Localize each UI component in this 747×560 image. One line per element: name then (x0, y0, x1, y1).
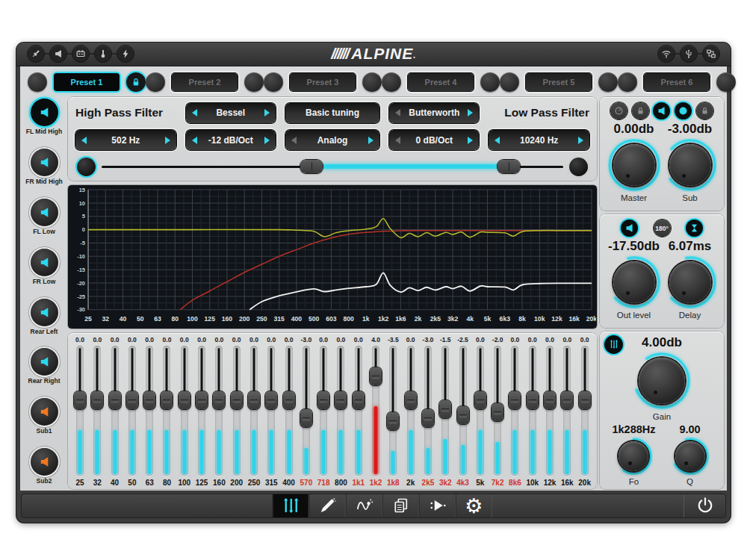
eq-slider-handle[interactable] (335, 391, 347, 409)
eq-slider-handle[interactable] (474, 391, 486, 409)
eq-slider-handle[interactable] (509, 391, 521, 409)
eq-slider-3k2[interactable] (437, 346, 453, 476)
master-knob-cap[interactable] (613, 144, 655, 186)
hpf-type-selector[interactable]: Bessel (186, 103, 276, 123)
q-knob[interactable] (671, 437, 710, 476)
channel-button[interactable] (31, 149, 58, 176)
eq-slider-handle[interactable] (527, 391, 539, 409)
eq-slider-handle[interactable] (265, 391, 277, 409)
eq-slider-718[interactable] (315, 346, 332, 476)
eq-slider-handle[interactable] (457, 406, 469, 424)
delay-knob[interactable] (663, 255, 717, 309)
gauge-icon[interactable] (610, 102, 627, 119)
eq-slider-80[interactable] (158, 346, 175, 476)
channel-button[interactable] (31, 299, 58, 326)
gain-knob-cap[interactable] (639, 358, 685, 404)
channel-button[interactable] (31, 348, 58, 376)
lpf-slope-selector[interactable]: 0 dB/Oct (389, 130, 479, 150)
power-button[interactable] (684, 494, 725, 517)
preset-knob[interactable] (618, 72, 637, 92)
lpf-freq-selector[interactable]: 10240 Hz (489, 130, 589, 150)
amplifier-tool-button[interactable] (419, 494, 456, 517)
prev-arrow-icon[interactable] (395, 109, 400, 116)
preset-button-5[interactable]: Preset 5 (526, 73, 592, 91)
master-knob[interactable] (607, 138, 661, 192)
eq-slider-125[interactable] (193, 346, 210, 476)
delay-knob-cap[interactable] (669, 261, 711, 303)
eq-slider-50[interactable] (124, 346, 140, 476)
eq-slider-400[interactable] (281, 346, 297, 476)
eq-slider-handle[interactable] (300, 409, 312, 427)
eq-slider-handle[interactable] (91, 391, 103, 409)
q-knob-cap[interactable] (675, 441, 705, 471)
out-level-knob[interactable] (607, 255, 661, 309)
next-arrow-icon[interactable] (264, 137, 270, 144)
eq-slider-200[interactable] (229, 346, 245, 476)
eq-slider-handle[interactable] (231, 391, 243, 409)
channel-button[interactable] (31, 249, 58, 276)
eq-slider-handle[interactable] (126, 391, 138, 409)
hpf-freq-selector[interactable]: 502 Hz (75, 130, 176, 150)
eq-slider-handle[interactable] (405, 391, 417, 409)
gain-knob[interactable] (632, 351, 692, 411)
eq-slider-handle[interactable] (161, 391, 173, 409)
eq-slider-handle[interactable] (439, 400, 451, 418)
eq-slider-25[interactable] (72, 346, 88, 476)
preset-button-2[interactable]: Preset 2 (172, 73, 238, 91)
eq-slider-100[interactable] (176, 346, 193, 476)
eq-slider-handle[interactable] (196, 391, 208, 409)
eq-slider-1k1[interactable] (350, 346, 367, 476)
signal-path-tool-button[interactable] (346, 494, 382, 517)
eq-slider-570[interactable] (298, 346, 314, 476)
prev-arrow-icon[interactable] (495, 137, 500, 144)
preset-knob[interactable] (382, 72, 401, 92)
eq-slider-800[interactable] (332, 346, 349, 476)
eq-slider-handle[interactable] (283, 391, 295, 409)
speaker-icon[interactable] (653, 102, 670, 119)
prev-arrow-icon[interactable] (395, 137, 400, 144)
eq-slider-handle[interactable] (317, 391, 329, 409)
eq-slider-12k[interactable] (542, 346, 558, 476)
channel-button[interactable] (31, 398, 58, 426)
sub-knob[interactable] (663, 138, 717, 192)
out-level-knob-cap[interactable] (613, 261, 655, 303)
basic-tuning-button[interactable]: Basic tuning (285, 103, 379, 123)
eq-slider-handle[interactable] (74, 391, 86, 409)
prev-arrow-icon[interactable] (81, 137, 87, 144)
eq-slider-2k5[interactable] (420, 346, 436, 476)
next-arrow-icon[interactable] (368, 137, 374, 144)
eq-slider-4k3[interactable] (455, 346, 471, 476)
crossover-high-handle[interactable] (498, 160, 520, 173)
preset-button-1[interactable]: Preset 1 (54, 73, 120, 91)
next-arrow-icon[interactable] (468, 137, 473, 144)
eq-slider-40[interactable] (107, 346, 123, 476)
eq-slider-handle[interactable] (370, 367, 382, 385)
eq-slider-handle[interactable] (179, 391, 190, 409)
pen-tool-button[interactable] (309, 494, 346, 517)
eq-slider-handle[interactable] (109, 391, 121, 409)
hourglass-icon[interactable] (686, 220, 703, 237)
hpf-slope-selector[interactable]: -12 dB/Oct (186, 130, 276, 150)
lock-icon[interactable] (696, 102, 713, 119)
settings-tool-button[interactable]: ⚙ (456, 494, 492, 517)
eq-slider-8k6[interactable] (506, 346, 523, 476)
eq-slider-20k[interactable] (577, 346, 593, 476)
preset-knob[interactable] (264, 72, 283, 92)
eq-slider-16k[interactable] (559, 346, 575, 476)
preset-button-6[interactable]: Preset 6 (644, 73, 710, 91)
crossover-left-knob[interactable] (77, 158, 96, 176)
prev-arrow-icon[interactable] (192, 137, 197, 144)
eq-slider-handle[interactable] (544, 391, 556, 409)
preset-knob[interactable] (500, 72, 519, 92)
eq-slider-10k[interactable] (524, 346, 541, 476)
lpf-type-selector[interactable]: Butterworth (389, 103, 479, 123)
eq-slider-160[interactable] (211, 346, 227, 476)
preset-knob[interactable] (716, 72, 736, 92)
eq-slider-5k[interactable] (472, 346, 489, 476)
copy-tool-button[interactable] (382, 494, 419, 517)
eq-slider-handle[interactable] (422, 409, 434, 427)
eq-slider-1k8[interactable] (385, 346, 401, 476)
gauge-icon[interactable] (675, 102, 692, 119)
next-arrow-icon[interactable] (165, 137, 170, 144)
preset-knob[interactable] (598, 72, 618, 92)
